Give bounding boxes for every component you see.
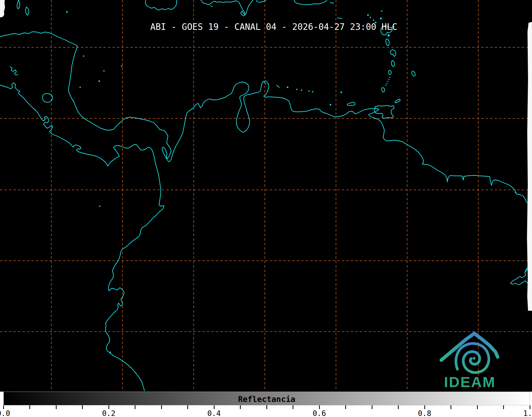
island-dot	[312, 91, 313, 93]
colorbar-tick	[503, 405, 504, 409]
island-dot	[386, 83, 387, 84]
colorbar-tick	[345, 405, 346, 409]
spiral-center-dot	[473, 357, 475, 360]
colorbar-tick	[82, 405, 83, 409]
island-dot	[83, 56, 84, 57]
colorbar-label: Reflectancia	[3, 395, 530, 404]
colorbar-tick	[214, 405, 215, 409]
colorbar-tick	[240, 405, 241, 409]
colorbar-tick	[372, 405, 372, 409]
island-dot	[367, 14, 369, 16]
colorbar-tick	[3, 405, 4, 409]
colorbar-tick	[424, 405, 425, 409]
island-dot	[121, 66, 122, 67]
colorbar-tick-label: 0.4	[207, 409, 221, 417]
colorbar-tick	[161, 405, 162, 409]
island-dot	[385, 85, 387, 86]
colorbar-tick-label: 0.2	[102, 409, 116, 417]
colorbar-tick	[29, 405, 30, 409]
island-dot	[340, 91, 342, 93]
colorbar-tick	[477, 405, 478, 409]
colorbar-tick	[451, 405, 451, 409]
island-dot	[287, 86, 288, 88]
island-dot	[370, 17, 371, 18]
island-dot	[389, 77, 390, 78]
logo-wordmark: IDEAM	[444, 374, 495, 390]
map-background	[0, 0, 532, 392]
map-title: ABI - GOES 19 - CANAL 04 - 2026-04-27 23…	[0, 22, 532, 32]
island-dot	[99, 206, 101, 207]
colorbar-tick	[266, 405, 267, 409]
island-dot	[388, 34, 390, 36]
island-dot	[110, 352, 111, 353]
island-dot	[388, 79, 389, 80]
island-dot	[330, 104, 331, 106]
colorbar-tick-label: 1.0	[523, 409, 532, 417]
island-dot	[373, 20, 374, 21]
island-dot	[308, 90, 310, 92]
island-dot	[66, 11, 68, 13]
colorbar-tick	[108, 405, 109, 409]
satellite-image-viewport: IDEAM ABI - GOES 19 - CANAL 04 - 2026-04…	[0, 0, 532, 417]
island-dot	[301, 90, 302, 91]
island-dot	[98, 80, 100, 82]
island-dot	[381, 11, 383, 12]
colorbar-tick	[135, 405, 135, 409]
island-dot	[296, 89, 298, 90]
colorbar-tick	[398, 405, 399, 409]
island-dot	[387, 81, 388, 82]
colorbar-tick	[530, 405, 530, 409]
colorbar-tick	[319, 405, 320, 409]
satellite-map: IDEAM	[0, 0, 532, 392]
colorbar-tick-label: 0.8	[418, 409, 431, 417]
island-dot	[80, 87, 81, 88]
colorbar-tick-label: 0.0	[0, 409, 10, 417]
island-dot	[380, 18, 382, 20]
colorbar-tick	[293, 405, 293, 409]
colorbar-tick	[56, 405, 57, 409]
colorbar-tick-label: 0.6	[313, 409, 326, 417]
island-dot	[103, 70, 105, 72]
colorbar-tick	[187, 405, 188, 409]
